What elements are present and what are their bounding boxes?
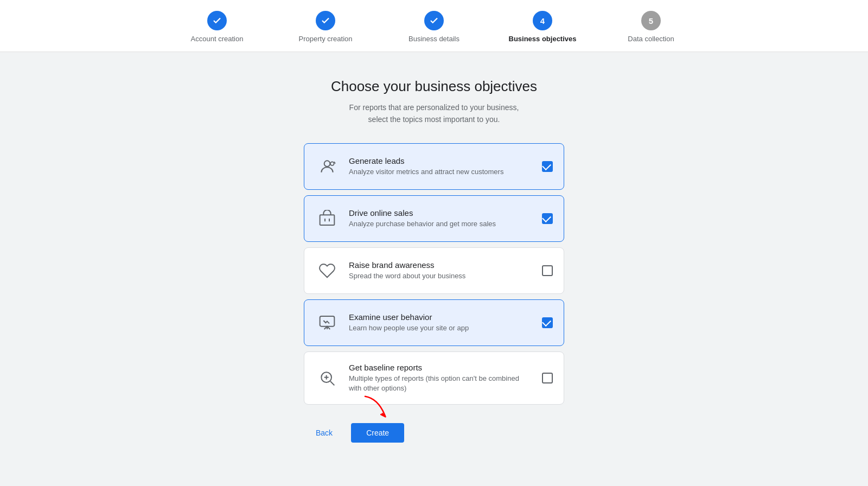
baseline-reports-checkbox[interactable]: [542, 373, 553, 383]
brand-awareness-checkbox[interactable]: [542, 265, 553, 276]
drive-sales-icon: [315, 207, 339, 231]
user-behavior-icon: [315, 311, 339, 335]
step-business-objectives: 4 Business objectives: [488, 11, 597, 43]
brand-awareness-title: Raise brand awareness: [349, 260, 533, 270]
step-circle-2: [316, 11, 335, 30]
user-behavior-title: Examine user behavior: [349, 312, 533, 322]
step-data-collection: 5 Data collection: [597, 11, 705, 43]
user-behavior-text: Examine user behavior Learn how people u…: [349, 312, 533, 333]
drive-sales-desc: Analyze purchase behavior and get more s…: [349, 219, 533, 229]
button-row: Back Create: [304, 423, 564, 443]
step-label-5: Data collection: [628, 35, 674, 43]
step-circle-5: 5: [641, 11, 661, 30]
option-raise-brand-awareness[interactable]: Raise brand awareness Spread the word ab…: [304, 247, 564, 294]
step-label-4: Business objectives: [509, 35, 577, 43]
option-generate-leads[interactable]: Generate leads Analyze visitor metrics a…: [304, 143, 564, 190]
generate-leads-title: Generate leads: [349, 156, 533, 165]
main-content: Choose your business objectives For repo…: [0, 52, 868, 464]
step-circle-4: 4: [533, 11, 552, 30]
page-subtitle: For reports that are personalized to you…: [349, 101, 519, 126]
generate-leads-icon: [315, 155, 339, 178]
baseline-reports-desc: Multiple types of reports (this option c…: [349, 374, 533, 393]
brand-awareness-desc: Spread the word about your business: [349, 271, 533, 281]
page-title: Choose your business objectives: [331, 78, 537, 95]
step-circle-1: [207, 11, 227, 30]
svg-rect-2: [320, 215, 335, 225]
step-label-2: Property creation: [299, 35, 353, 43]
step-business-details: Business details: [380, 11, 488, 43]
create-button[interactable]: Create: [351, 423, 404, 443]
user-behavior-checkbox[interactable]: [542, 317, 553, 328]
drive-sales-text: Drive online sales Analyze purchase beha…: [349, 208, 533, 229]
drive-sales-title: Drive online sales: [349, 208, 533, 218]
svg-line-8: [330, 381, 334, 385]
step-label-3: Business details: [409, 35, 459, 43]
step-account-creation: Account creation: [163, 11, 271, 43]
generate-leads-checkbox[interactable]: [542, 161, 553, 172]
step-property-creation: Property creation: [271, 11, 380, 43]
svg-point-1: [330, 162, 334, 165]
step-label-1: Account creation: [191, 35, 244, 43]
generate-leads-text: Generate leads Analyze visitor metrics a…: [349, 156, 533, 177]
back-button[interactable]: Back: [304, 423, 344, 443]
stepper: Account creation Property creation Busin…: [0, 0, 868, 52]
option-get-baseline-reports[interactable]: Get baseline reports Multiple types of r…: [304, 351, 564, 405]
generate-leads-desc: Analyze visitor metrics and attract new …: [349, 167, 533, 177]
baseline-reports-text: Get baseline reports Multiple types of r…: [349, 363, 533, 393]
option-examine-user-behavior[interactable]: Examine user behavior Learn how people u…: [304, 299, 564, 346]
step-circle-3: [424, 11, 444, 30]
user-behavior-desc: Learn how people use your site or app: [349, 323, 533, 333]
brand-awareness-text: Raise brand awareness Spread the word ab…: [349, 260, 533, 281]
svg-point-0: [324, 161, 330, 167]
option-drive-online-sales[interactable]: Drive online sales Analyze purchase beha…: [304, 195, 564, 242]
brand-awareness-icon: [315, 259, 339, 283]
options-list: Generate leads Analyze visitor metrics a…: [304, 143, 564, 410]
baseline-reports-icon: [315, 366, 339, 390]
baseline-reports-title: Get baseline reports: [349, 363, 533, 372]
drive-sales-checkbox[interactable]: [542, 213, 553, 224]
